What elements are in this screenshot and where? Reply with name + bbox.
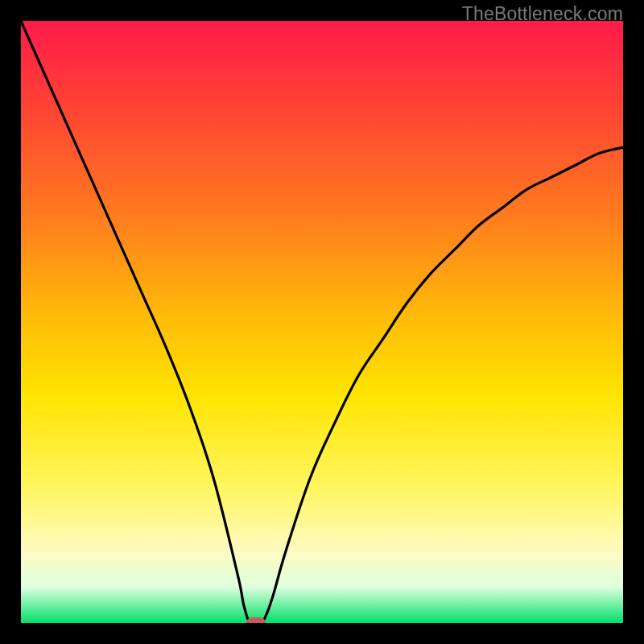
- chart-frame: TheBottleneck.com: [0, 0, 644, 644]
- bottleneck-curve: [21, 21, 623, 623]
- plot-area: [21, 21, 623, 623]
- optimal-point-marker: [246, 617, 266, 623]
- watermark-text: TheBottleneck.com: [462, 3, 623, 25]
